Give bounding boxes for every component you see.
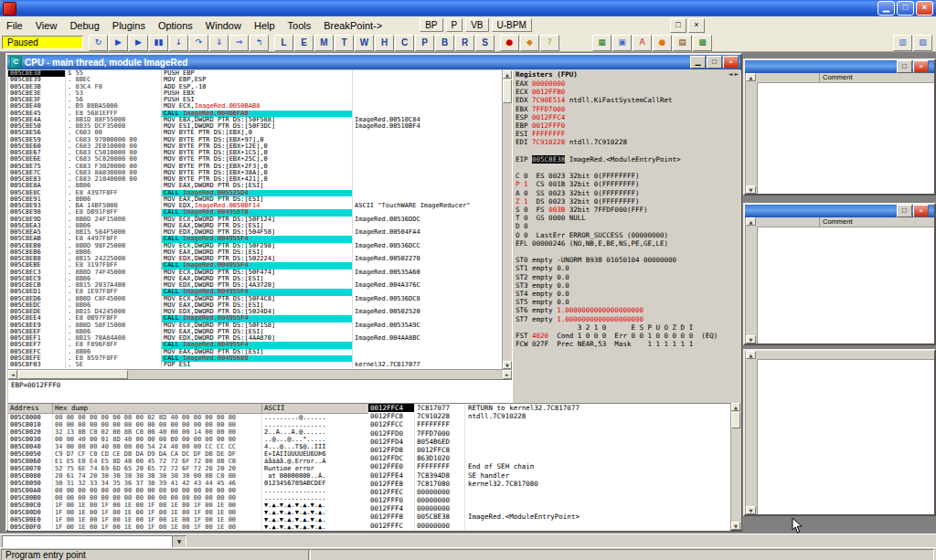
dump-row[interactable]: 005C0060E1 E5 E0 E4 E5 8D 40 00 45 72 72… xyxy=(8,458,368,465)
disasm-row[interactable]: 005C8EDE. 8B15 D4245000MOV EDX,DWORD PTR… xyxy=(8,309,502,315)
pause-icon[interactable]: ▮▮ xyxy=(149,35,168,51)
register-line[interactable]: ST7 empty 1.0000000000000000000 xyxy=(513,315,741,323)
register-line[interactable]: FST 4020 Cond 1 0 0 0 Err 0 0 1 0 0 0 0 … xyxy=(513,332,741,340)
step-over-icon[interactable]: ↷ xyxy=(189,35,208,51)
stack-row[interactable]: 0012FFCCFFFFFFFF xyxy=(368,420,730,428)
register-line[interactable]: ST2 empty 0.0 xyxy=(513,273,741,281)
register-line[interactable]: ESI FFFFFFFF xyxy=(513,130,741,138)
disasm-row[interactable]: 005C8ED1. E8 1E97F8FFCALL ImageRed.00495… xyxy=(8,289,502,295)
register-line[interactable]: D 0 xyxy=(513,222,741,230)
window-restore-button[interactable]: □ xyxy=(897,60,912,73)
register-line[interactable] xyxy=(513,164,741,172)
register-line[interactable] xyxy=(513,248,741,256)
dump-row[interactable]: 005C000000 00 00 00 00 00 00 00 02 8D 40… xyxy=(8,414,368,421)
stack-row[interactable]: 0012FFD07FFD7000 xyxy=(368,429,730,438)
stack-row[interactable]: 0012FFD48054B6ED xyxy=(368,438,730,446)
scroll-down-icon[interactable]: ▼ xyxy=(746,335,756,343)
stack-row[interactable]: 0012FFD80012FFC8 xyxy=(368,446,730,454)
stack-row[interactable]: 0012FFF8005C8E38ImageRed.<ModuleEntryPoi… xyxy=(368,512,730,521)
register-line[interactable]: FCW 027F Prec NEAR,53 Mask 1 1 1 1 1 1 xyxy=(513,340,741,348)
window-scrollbar[interactable]: ▲ ▼ xyxy=(745,351,758,514)
register-line[interactable]: EBP 0012FFF0 xyxy=(513,122,741,130)
disasm-row[interactable]: 005C8EAB. E8 4497F8FFCALL ImageRed.00495… xyxy=(8,236,502,242)
dump-row[interactable]: 005C007052 75 6E 74 69 6D 65 20 65 72 72… xyxy=(8,465,368,472)
registers-pane[interactable]: Registers (FPU) ◄ ► EAX 00000000ECX 0012… xyxy=(512,70,741,403)
register-line[interactable]: A 0 SS 0023 32bit 0(FFFFFFFF) xyxy=(513,189,741,197)
scroll-down-icon[interactable]: ▼ xyxy=(731,522,740,530)
comment-window-1-titlebar[interactable]: □ × xyxy=(745,60,934,73)
disasm-row[interactable]: 005C8E50. 8B35 DCF35000MOV ESI,DWORD PTR… xyxy=(8,123,502,130)
search-icon[interactable]: ● xyxy=(653,35,672,51)
menu-button-u-bpm[interactable]: U-BPM xyxy=(492,18,532,32)
register-line[interactable]: EFL 00000246 (NO,NB,E,BE,NS,PE,GE,LE) xyxy=(513,239,741,248)
stack-row[interactable]: 0012FFC47C817077RETURN to kernel32.7C817… xyxy=(368,404,730,412)
disasm-row[interactable]: 005C8EC3. 8B0D 74F45000MOV ECX,DWORD PTR… xyxy=(8,269,502,276)
register-line[interactable]: ST0 empty -UNORM B938 01050104 00000000 xyxy=(513,256,741,264)
disasm-row[interactable]: 005C8E40. B9 B8BA5000MOV ECX,ImageRed.00… xyxy=(8,103,502,110)
dump-row[interactable]: 005C003000 00 40 00 01 8D 40 00 00 00 B0… xyxy=(8,436,368,443)
disasm-row[interactable]: 005C8EF7. E8 F896F8FFCALL ImageRed.00495… xyxy=(8,342,502,348)
mdi-restore-button[interactable]: □ xyxy=(670,18,686,33)
scroll-thumb[interactable] xyxy=(503,79,512,103)
register-line[interactable]: P 1 CS 001B 32bit 0(FFFFFFFF) xyxy=(513,180,741,188)
close-button[interactable]: × xyxy=(916,1,933,16)
cpu-minimize-button[interactable]: ▁ xyxy=(690,56,706,69)
dump-row[interactable]: 005C00F01F 00 1E 00 1F 00 1E 00 1F 00 1E… xyxy=(8,523,368,531)
registers-switch-buttons[interactable]: ◄ ► xyxy=(729,70,739,79)
appearance-icon[interactable]: ◆ xyxy=(520,35,539,51)
panel-button-e[interactable]: E xyxy=(294,35,314,51)
register-line[interactable]: ST1 empty 0.0 xyxy=(513,264,741,272)
disasm-row[interactable]: 005C8E93. BA 14BF5000MOV EDX,ImageRed.00… xyxy=(8,203,502,209)
comment-window-2-body[interactable]: ▲ ▼ Comment xyxy=(745,217,934,343)
disasm-row[interactable]: 005C8E7C. C683 8A030000 00MOV BYTE PTR D… xyxy=(8,170,502,176)
menu-debug[interactable]: Debug xyxy=(63,18,105,33)
disasm-row[interactable]: 005C8E3B. 83C4 F0ADD ESP,-10 xyxy=(8,84,502,90)
panel-button-w[interactable]: W xyxy=(355,35,374,51)
menu-breakpoint[interactable]: BreakPoint-> xyxy=(317,18,388,33)
register-line[interactable]: O 0 LastErr ERROR_SUCCESS (00000000) xyxy=(513,231,741,239)
cpu-restore-button[interactable]: □ xyxy=(707,56,722,69)
scroll-up-icon[interactable]: ▲ xyxy=(503,70,512,79)
stack-row[interactable]: 0012FFDC863D1020 xyxy=(368,454,730,462)
stack-row[interactable]: 0012FFEC00000000 xyxy=(368,488,730,496)
menu-window[interactable]: Window xyxy=(199,18,248,33)
until-return-icon[interactable]: ↰ xyxy=(250,35,269,51)
disasm-row[interactable]: 005C8E39. 8BECMOV EBP,ESP xyxy=(8,77,502,83)
disasm-row[interactable]: 005C8E98. E8 DB91F8FFCALL ImageRed.00495… xyxy=(8,209,502,216)
register-line[interactable]: EDX 7C90E514 ntdll.KiFastSystemCallRet xyxy=(513,96,741,104)
disasm-row[interactable]: 005C8EB8. 8B15 24225000MOV EDX,DWORD PTR… xyxy=(8,256,502,262)
cascade-windows-icon[interactable]: ▨ xyxy=(913,35,932,51)
register-line[interactable]: S 0 FS 003B 32bit 7FFDF000(FFF) xyxy=(513,206,741,214)
disasm-row[interactable]: 005C8E8C. E8 4397F8FFCALL ImageRed.00552… xyxy=(8,190,502,196)
run-thread-icon[interactable]: ▶ xyxy=(129,35,148,51)
menu-button-vb[interactable]: VB xyxy=(465,18,488,32)
disasm-row[interactable]: 005C8E3E. 53PUSH EBX xyxy=(8,90,502,97)
panel-button-s[interactable]: S xyxy=(475,35,495,51)
windows-icon[interactable]: ▣ xyxy=(612,35,632,51)
panel-button-h[interactable]: H xyxy=(375,35,394,51)
register-line[interactable]: ST6 empty 1.0000000000000000000 xyxy=(513,306,741,314)
step-into-icon[interactable]: ↓ xyxy=(169,35,188,51)
disasm-row[interactable]: 005C8E75. C683 F3020000 00MOV BYTE PTR D… xyxy=(8,164,502,170)
panel-button-m[interactable]: M xyxy=(314,35,334,51)
run-icon[interactable]: ▶ xyxy=(109,35,128,51)
disasm-row[interactable]: 005C8EC9. 8B06MOV EAX,DWORD PTR DS:[ESI] xyxy=(8,276,502,282)
disasm-row[interactable]: 005C8EF1. 8B15 70A84A00MOV EDX,DWORD PTR… xyxy=(8,335,502,342)
stack-row[interactable]: 0012FFF000000000 xyxy=(368,496,730,504)
register-line[interactable]: ST5 empty 0.0 xyxy=(513,298,741,306)
dump-row[interactable]: 005C001000 00 00 00 00 00 00 00 00 00 00… xyxy=(8,421,368,428)
register-line[interactable]: T 0 GS 0000 NULL xyxy=(513,214,741,222)
restart-icon[interactable]: ↻ xyxy=(89,35,108,51)
dump-row[interactable]: 005C009030 31 32 33 34 35 36 37 38 39 41… xyxy=(8,480,368,487)
menu-plugins[interactable]: Plugins xyxy=(106,18,152,33)
dump-pane[interactable]: Address Hex dump ASCII 005C000000 00 00 … xyxy=(8,403,369,531)
disasm-row[interactable]: 005C8E38$ 55PUSH EBP xyxy=(8,70,502,77)
disasm-row[interactable]: 005C8EB6. 8B06MOV EAX,DWORD PTR DS:[ESI] xyxy=(8,249,502,256)
register-line[interactable]: EDI 7C910228 ntdll.7C910228 xyxy=(513,138,741,146)
register-line[interactable]: ESP 0012FFC4 xyxy=(513,113,741,122)
stack-row[interactable]: 0012FFE0FFFFFFFFEnd of SEH chain xyxy=(368,462,730,470)
help-icon[interactable]: ? xyxy=(540,35,559,51)
register-line[interactable]: ST3 empty 0.0 xyxy=(513,281,741,290)
dump-row[interactable]: 005C00E01F 00 1E 00 1F 00 1E 00 1F 00 1E… xyxy=(8,516,368,523)
disasm-row[interactable]: 005C8ED6. 8B0D C8F45000MOV ECX,DWORD PTR… xyxy=(8,296,502,302)
